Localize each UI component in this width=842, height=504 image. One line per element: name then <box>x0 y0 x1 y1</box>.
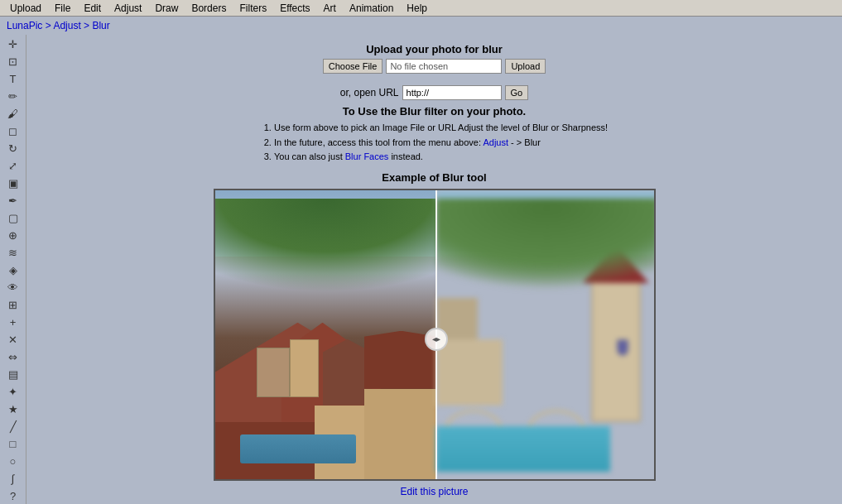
example-title: Example of Blur tool <box>382 171 486 184</box>
tool-crop[interactable]: ⊡ <box>3 54 23 70</box>
instructions-title: To Use the Blur filter on your photo. <box>261 105 608 118</box>
tool-rectangle[interactable]: □ <box>3 436 23 452</box>
breadcrumb: LunaPic > Adjust > Blur <box>0 17 842 35</box>
menu-borders[interactable]: Borders <box>185 1 233 16</box>
url-label: or, open URL <box>340 87 399 98</box>
instruction-2: In the future, access this tool from the… <box>274 136 608 151</box>
menu-animation[interactable]: Animation <box>343 1 400 16</box>
tool-eyedropper[interactable]: ✒ <box>3 193 23 209</box>
instructions-list: Use form above to pick an Image File or … <box>274 121 608 165</box>
tool-ellipse[interactable]: ○ <box>3 454 23 469</box>
scene-right-blurred <box>436 190 656 481</box>
breadcrumb-adjust[interactable]: Adjust <box>53 20 80 31</box>
tool-smudge[interactable]: ≋ <box>3 245 23 261</box>
upload-row: Choose File No file chosen Upload <box>323 59 546 74</box>
tool-flip[interactable]: ⇔ <box>3 349 23 365</box>
url-row: or, open URL Go <box>340 85 528 100</box>
tool-sharpen[interactable]: ◈ <box>3 262 23 278</box>
tool-brush[interactable]: 🖌 <box>3 106 23 122</box>
menu-art[interactable]: Art <box>317 1 343 16</box>
breadcrumb-blur: Blur <box>92 20 109 31</box>
tool-layers[interactable]: ▤ <box>3 367 23 382</box>
menu-help[interactable]: Help <box>400 1 434 16</box>
instruction-3: You can also just Blur Faces instead. <box>274 150 608 165</box>
instructions-section: To Use the Blur filter on your photo. Us… <box>261 105 608 165</box>
water-left <box>240 434 356 463</box>
url-input[interactable] <box>402 85 502 100</box>
tool-selection[interactable]: ▢ <box>3 210 23 226</box>
main-content: Upload your photo for blur Choose File N… <box>26 35 842 504</box>
menu-edit[interactable]: Edit <box>77 1 108 16</box>
tool-red-eye[interactable]: 👁 <box>3 280 23 295</box>
tool-zoom[interactable]: + <box>3 314 23 330</box>
split-handle[interactable]: ◂▸ <box>425 328 448 351</box>
tool-stickers[interactable]: ★ <box>3 401 23 417</box>
upload-title: Upload your photo for blur <box>366 43 503 55</box>
choose-file-button[interactable]: Choose File <box>323 59 383 74</box>
upload-section: Upload your photo for blur Choose File N… <box>323 43 546 74</box>
tool-curve[interactable]: ∫ <box>3 471 23 487</box>
tool-move[interactable]: ✛ <box>3 36 23 52</box>
menu-effects[interactable]: Effects <box>273 1 316 16</box>
scene-left-sharp <box>215 190 436 481</box>
tool-pencil[interactable]: ✏ <box>3 89 23 104</box>
instruction-1: Use form above to pick an Image File or … <box>274 121 608 136</box>
menu-upload[interactable]: Upload <box>3 1 48 16</box>
tool-line[interactable]: ╱ <box>3 419 23 434</box>
edit-picture-link[interactable]: Edit this picture <box>400 486 468 497</box>
tool-close[interactable]: ✕ <box>3 332 23 348</box>
go-button[interactable]: Go <box>505 85 529 100</box>
tool-effects[interactable]: ✦ <box>3 384 23 400</box>
tool-help[interactable]: ? <box>3 488 23 504</box>
menu-adjust[interactable]: Adjust <box>108 1 148 16</box>
breadcrumb-lunapic[interactable]: LunaPic <box>7 20 42 31</box>
adjust-link[interactable]: Adjust <box>483 137 508 147</box>
tool-frames[interactable]: ⊞ <box>3 297 23 313</box>
tool-clone[interactable]: ⊕ <box>3 228 23 243</box>
tool-text[interactable]: T <box>3 71 23 87</box>
tool-fill[interactable]: ▣ <box>3 175 23 191</box>
blur-example-image: ◂▸ <box>214 189 656 481</box>
blur-faces-link[interactable]: Blur Faces <box>345 151 389 161</box>
scene: ◂▸ <box>215 190 656 481</box>
tool-eraser[interactable]: ◻ <box>3 123 23 139</box>
upload-button[interactable]: Upload <box>505 59 546 74</box>
menu-draw[interactable]: Draw <box>148 1 185 16</box>
toolbar-sidebar: ✛ ⊡ T ✏ 🖌 ◻ ↻ ⤢ ▣ ✒ ▢ ⊕ ≋ ◈ 👁 ⊞ + ✕ ⇔ ▤ … <box>0 35 26 504</box>
menu-file[interactable]: File <box>48 1 77 16</box>
menubar: Upload File Edit Adjust Draw Borders Fil… <box>0 0 842 17</box>
tool-resize[interactable]: ⤢ <box>3 158 23 174</box>
menu-filters[interactable]: Filters <box>233 1 273 16</box>
file-input-display: No file chosen <box>386 59 502 74</box>
tool-rotate[interactable]: ↻ <box>3 141 23 156</box>
